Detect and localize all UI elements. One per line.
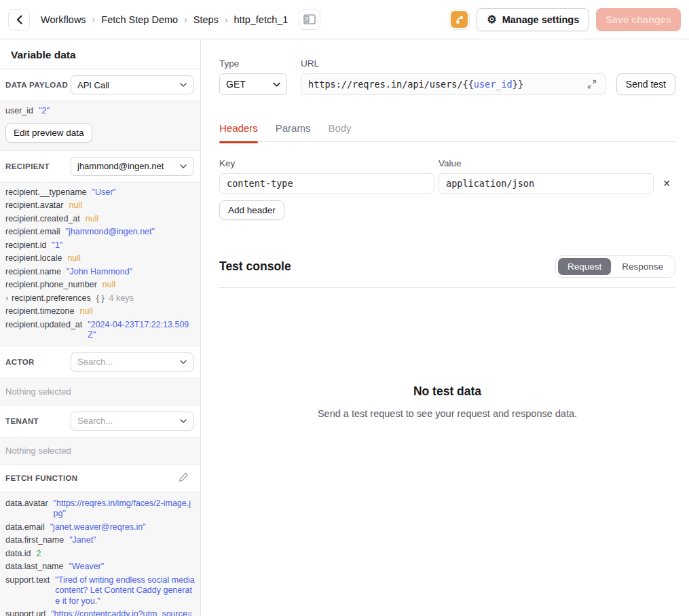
save-changes-button[interactable]: Save changes [596, 8, 681, 31]
url-block: URL https://reqres.in/api/users/{{user_i… [301, 58, 606, 95]
empty-state: No test data Send a test request to see … [219, 384, 675, 419]
type-label: Type [219, 58, 287, 69]
variable-row: recipient.updated_at "2024-04-23T17:22:1… [5, 320, 195, 341]
variable-row: recipient.name "John Hammond" [5, 267, 195, 278]
empty-state-title: No test data [219, 384, 675, 399]
variable-value: null [67, 253, 80, 264]
url-input[interactable]: https://reqres.in/api/users/{{user_id}} [301, 73, 606, 95]
variable-key: recipient.name [5, 267, 61, 278]
variable-key: data.email [5, 522, 45, 533]
data-payload-preview: user_id "2" Edit preview data [0, 101, 200, 151]
breadcrumb-link[interactable]: Steps [193, 14, 219, 25]
variable-key: data.last_name [5, 562, 63, 573]
manage-settings-button[interactable]: ⚙ Manage settings [477, 8, 589, 31]
variable-row: recipient.created_at null [5, 214, 195, 225]
toggle-option[interactable]: Request [558, 258, 611, 275]
variable-key: recipient.updated_at [5, 320, 82, 331]
fetch-function-label: FETCH FUNCTION [5, 474, 78, 482]
header-value-input[interactable]: application/json [439, 173, 654, 194]
variable-key: support.url [5, 609, 45, 616]
chevron-down-icon [180, 419, 187, 423]
tab[interactable]: Params [276, 122, 311, 134]
recipient-label: RECIPIENT [5, 162, 71, 170]
chevron-down-icon [180, 83, 187, 87]
variable-key: recipient.phone_number [5, 280, 97, 291]
breadcrumb-link[interactable]: http_fetch_1 [234, 14, 288, 25]
topbar: Workflows › Fetch Step Demo › Steps › ht… [0, 0, 689, 39]
variable-value: "Tired of writing endless social media c… [55, 575, 195, 607]
empty-state-subtitle: Send a test request to see your request … [219, 408, 675, 419]
actor-label: ACTOR [5, 358, 71, 366]
actor-search-select[interactable]: Search... [71, 352, 193, 372]
variable-key: user_id [5, 106, 33, 117]
chevron-down-icon [273, 82, 280, 87]
variable-row: recipient.email "jhammond@ingen.net" [5, 227, 195, 238]
toggle-option[interactable]: Response [612, 258, 673, 275]
variable-key: recipient.id [5, 240, 46, 251]
tenant-search-select[interactable]: Search... [71, 412, 193, 431]
variable-value: "User" [92, 187, 116, 198]
fetch-function-variables: data.avatar "https://reqres.in/img/faces… [0, 492, 200, 616]
variable-row: data.last_name "Weaver" [5, 562, 195, 573]
method-select[interactable]: GET [219, 73, 287, 95]
tenant-row: TENANT Search... [0, 405, 200, 437]
breadcrumb-item: http_fetch_1 [234, 14, 288, 25]
header-key-input[interactable]: content-type [219, 173, 434, 194]
variable-value: 2 [37, 549, 41, 560]
breadcrumb-item: Fetch Step Demo › [101, 14, 187, 25]
tenant-empty-state: Nothing selected [0, 437, 200, 465]
variable-key: recipient.locale [5, 253, 62, 264]
data-payload-row: DATA PAYLOAD API Call [0, 69, 200, 101]
recipient-select[interactable]: jhammond@ingen.net [71, 157, 193, 176]
variable-row: recipient.locale null [5, 253, 195, 264]
header-row: content-type application/json ✕ [219, 173, 675, 194]
variable-key: recipient.__typename [5, 187, 87, 198]
console-divider [219, 287, 675, 288]
edit-fetch-function-button[interactable] [176, 470, 191, 486]
value-column-label: Value [439, 158, 654, 168]
column-spacer [658, 158, 675, 168]
fetch-function-row: FETCH FUNCTION [0, 465, 200, 492]
edit-preview-data-button[interactable]: Edit preview data [5, 123, 92, 143]
breadcrumb-link[interactable]: Fetch Step Demo [101, 14, 178, 25]
sidebar-panel-icon [303, 14, 316, 24]
tenant-label: TENANT [5, 417, 71, 425]
variable-row: › recipient.preferences { }4 keys [5, 293, 195, 304]
variable-value: null [86, 214, 98, 225]
variable-value: "2" [39, 106, 50, 117]
environment-badge-button[interactable] [449, 9, 470, 30]
request-response-toggle: Request Response [555, 255, 675, 278]
variable-key: recipient.created_at [5, 214, 80, 225]
send-test-button[interactable]: Send test [616, 73, 675, 95]
variable-value: "Janet" [69, 535, 96, 546]
tab[interactable]: Headers [219, 122, 258, 134]
method-block: Type GET [219, 58, 287, 95]
back-button[interactable] [8, 9, 30, 31]
data-payload-label: DATA PAYLOAD [5, 81, 71, 89]
variable-key: data.avatar [5, 499, 48, 509]
variable-row: data.avatar "https://reqres.in/img/faces… [5, 499, 195, 520]
breadcrumb: Workflows › Fetch Step Demo › Steps › ht… [41, 14, 288, 25]
request-config-row: Type GET URL https://reqres.in/api/users… [219, 58, 675, 95]
variable-row: support.text "Tired of writing endless s… [5, 575, 195, 607]
expand-url-button[interactable] [586, 78, 598, 90]
add-header-button[interactable]: Add header [219, 200, 284, 220]
data-payload-select[interactable]: API Call [71, 75, 193, 94]
recipient-row: RECIPIENT jhammond@ingen.net [0, 151, 200, 182]
remove-header-button[interactable]: ✕ [658, 178, 675, 189]
url-text: https://reqres.in/api/users/ [308, 79, 463, 90]
variable-key: recipient.timezone [5, 306, 74, 317]
request-tabs: Headers Params Body [219, 122, 675, 142]
breadcrumb-item: Steps › [193, 14, 228, 25]
breadcrumb-link[interactable]: Workflows [41, 14, 86, 25]
variable-row: user_id "2" [5, 106, 195, 117]
tab[interactable]: Body [328, 122, 351, 134]
sidebar-toggle-button[interactable] [299, 10, 320, 30]
url-label: URL [301, 58, 606, 69]
url-variable-name: user_id [474, 79, 513, 90]
sidebar-title: Variable data [0, 40, 200, 69]
variable-key: data.id [5, 549, 31, 560]
manage-settings-label: Manage settings [502, 14, 580, 25]
breadcrumb-separator: › [92, 14, 96, 25]
chevron-right-icon[interactable]: › [5, 293, 8, 304]
